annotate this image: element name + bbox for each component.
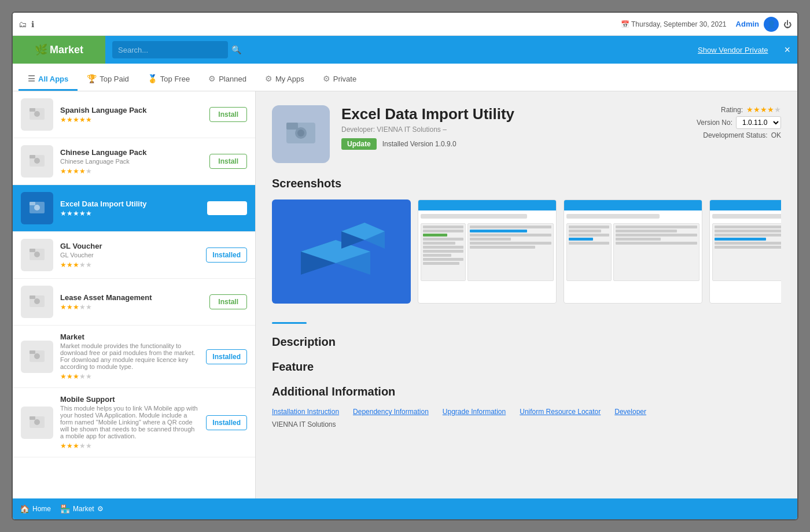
app-header: 🌿 Market 🔍 Show Vendor Private × bbox=[13, 36, 797, 64]
chinese-app-subtitle: Chinese Language Pack bbox=[60, 158, 203, 165]
tab-top-paid[interactable]: 🏆 Top Paid bbox=[78, 68, 138, 91]
detail-update-badge[interactable]: Update bbox=[341, 138, 377, 150]
tab-top-free[interactable]: 🥇 Top Free bbox=[138, 68, 199, 91]
spanish-app-info: Spanish Language Pack ★★★★★ bbox=[60, 106, 203, 124]
svg-point-17 bbox=[34, 353, 40, 359]
lease-app-icon bbox=[21, 286, 53, 318]
lease-install-button[interactable]: Install bbox=[209, 294, 247, 309]
detail-meta: Rating: ★★★★★ Version No: 1.0.11.0 Devel… bbox=[697, 105, 781, 142]
tab-my-apps[interactable]: ⚙ My Apps bbox=[256, 68, 314, 91]
detail-rating-row: Rating: ★★★★★ bbox=[697, 105, 781, 114]
search-icon: 🔍 bbox=[231, 45, 241, 54]
svg-point-14 bbox=[34, 298, 40, 304]
sidebar-item-lease-asset[interactable]: Lease Asset Management ★★★★★ Install bbox=[13, 279, 255, 326]
market-settings-icon: ⚙ bbox=[97, 505, 104, 513]
main-content: Spanish Language Pack ★★★★★ Install Chin… bbox=[13, 91, 797, 498]
svg-rect-4 bbox=[30, 155, 35, 158]
additional-title: Additional Information bbox=[272, 385, 781, 398]
market-app-subtitle: Market module provides the functionality… bbox=[60, 342, 199, 370]
tab-all-apps[interactable]: ☰ All Apps bbox=[19, 68, 78, 91]
home-icon: 🏠 bbox=[20, 504, 30, 513]
excel-app-info: Excel Data Import Utility ★★★★★ bbox=[60, 200, 200, 217]
bottom-market[interactable]: 🏪 Market ⚙ bbox=[60, 504, 104, 513]
screenshot-thumb-2 bbox=[564, 200, 702, 304]
sidebar-item-chinese-lang[interactable]: Chinese Language Pack Chinese Language P… bbox=[13, 138, 255, 185]
gl-app-subtitle: GL Voucher bbox=[60, 252, 199, 258]
my-apps-icon: ⚙ bbox=[265, 74, 273, 83]
market-app-stars: ★★★★★ bbox=[60, 372, 199, 380]
sidebar-item-gl-voucher[interactable]: GL Voucher GL Voucher ★★★★★ Installed bbox=[13, 232, 255, 279]
chinese-app-stars: ★★★★★ bbox=[60, 167, 203, 175]
mobile-installed-button[interactable]: Installed bbox=[206, 415, 247, 430]
screenshots-container bbox=[272, 200, 781, 308]
sidebar-item-mobile-support[interactable]: Mobile Support This module helps you to … bbox=[13, 388, 255, 457]
top-bar: 🗂 ℹ 📅 Thursday, September 30, 2021 Admin… bbox=[13, 13, 797, 36]
user-avatar[interactable]: 👤 bbox=[764, 17, 779, 32]
mobile-app-stars: ★★★★★ bbox=[60, 442, 199, 450]
gl-installed-button[interactable]: Installed bbox=[206, 247, 247, 263]
svg-point-8 bbox=[34, 205, 40, 210]
sidebar-item-spanish-lang[interactable]: Spanish Language Pack ★★★★★ Install bbox=[13, 91, 255, 138]
additional-links: Installation Instruction Dependency Info… bbox=[272, 408, 781, 416]
header-close-button[interactable]: × bbox=[777, 44, 797, 56]
all-apps-icon: ☰ bbox=[28, 74, 35, 83]
spanish-app-icon bbox=[21, 98, 53, 131]
show-vendor-button[interactable]: Show Vendor Private bbox=[698, 46, 768, 54]
market-app-info: Market Market module provides the functi… bbox=[60, 332, 199, 380]
excel-app-stars: ★★★★★ bbox=[60, 209, 200, 217]
search-input[interactable] bbox=[112, 41, 228, 58]
spanish-app-name: Spanish Language Pack bbox=[60, 106, 203, 114]
tab-planned[interactable]: ⚙ Planned bbox=[199, 68, 256, 91]
tab-private[interactable]: ⚙ Private bbox=[314, 68, 366, 91]
spanish-install-button[interactable]: Install bbox=[209, 107, 247, 122]
sidebar: Spanish Language Pack ★★★★★ Install Chin… bbox=[13, 91, 256, 498]
bottom-home[interactable]: 🏠 Home bbox=[20, 504, 51, 513]
link-upgrade-information[interactable]: Upgrade Information bbox=[443, 408, 506, 416]
link-developer[interactable]: Developer bbox=[614, 408, 646, 416]
market-app-name: Market bbox=[60, 332, 199, 341]
link-uniform-resource-locator[interactable]: Uniform Resource Locator bbox=[520, 408, 601, 416]
market-installed-button[interactable]: Installed bbox=[206, 349, 247, 364]
link-dependency-information[interactable]: Dependency Information bbox=[353, 408, 429, 416]
detail-dev-status-row: Development Status: OK bbox=[697, 131, 781, 139]
dev-status-value: OK bbox=[771, 131, 781, 139]
gl-app-name: GL Voucher bbox=[60, 242, 199, 250]
svg-rect-1 bbox=[30, 108, 35, 112]
mobile-app-name: Mobile Support bbox=[60, 395, 199, 404]
svg-rect-22 bbox=[286, 123, 298, 130]
tab-my-apps-label: My Apps bbox=[275, 75, 304, 83]
main-window: 🗂 ℹ 📅 Thursday, September 30, 2021 Admin… bbox=[12, 12, 798, 520]
excel-update-button[interactable]: Update bbox=[207, 201, 247, 215]
chinese-install-button[interactable]: Install bbox=[209, 154, 247, 169]
detail-title: Excel Data Import Utility bbox=[341, 105, 685, 123]
market-label: Market bbox=[73, 505, 94, 513]
market-app-icon bbox=[21, 341, 53, 373]
thumb-2-header bbox=[564, 200, 702, 210]
rating-label: Rating: bbox=[721, 106, 743, 114]
svg-rect-13 bbox=[30, 295, 35, 299]
home-label: Home bbox=[32, 505, 51, 513]
detail-panel: Excel Data Import Utility Developer: VIE… bbox=[256, 91, 797, 498]
screenshot-main-image bbox=[272, 200, 411, 304]
dev-status-label: Development Status: bbox=[703, 131, 767, 139]
tab-all-apps-label: All Apps bbox=[38, 75, 68, 83]
bottom-bar: 🏠 Home 🏪 Market ⚙ bbox=[13, 498, 797, 519]
sidebar-item-excel-import[interactable]: Excel Data Import Utility ★★★★★ Update bbox=[13, 185, 255, 232]
lease-app-stars: ★★★★★ bbox=[60, 303, 203, 311]
lease-app-name: Lease Asset Management bbox=[60, 293, 203, 302]
power-button[interactable]: ⏻ bbox=[783, 20, 791, 29]
detail-app-icon bbox=[272, 105, 330, 163]
tab-top-paid-label: Top Paid bbox=[100, 75, 129, 83]
link-installation-instruction[interactable]: Installation Instruction bbox=[272, 408, 339, 416]
feature-title: Feature bbox=[272, 360, 781, 374]
version-select[interactable]: 1.0.11.0 bbox=[736, 116, 781, 129]
svg-rect-16 bbox=[30, 350, 35, 354]
chinese-app-name: Chinese Language Pack bbox=[60, 148, 203, 157]
market-bottom-icon: 🏪 bbox=[60, 504, 70, 513]
sidebar-item-market[interactable]: Market Market module provides the functi… bbox=[13, 326, 255, 388]
thumb-3-header bbox=[710, 200, 781, 210]
screenshots-title: Screenshots bbox=[272, 177, 781, 190]
svg-point-11 bbox=[34, 252, 40, 257]
tab-planned-label: Planned bbox=[219, 75, 246, 83]
private-icon: ⚙ bbox=[323, 74, 330, 83]
